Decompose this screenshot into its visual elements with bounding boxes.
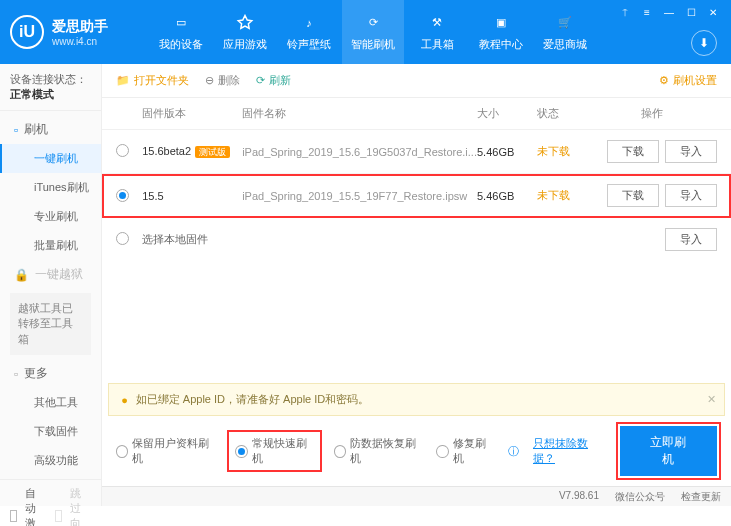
import-button[interactable]: 导入 [665,140,717,163]
cart-icon: 🛒 [555,13,575,33]
menu-group-more[interactable]: ▫更多 [0,359,101,388]
menu-group-flash[interactable]: ▫刷机 [0,115,101,144]
th-version: 固件版本 [142,106,242,121]
menu-batch-flash[interactable]: 批量刷机 [0,231,101,260]
firmware-version: 15.5 [142,190,163,202]
firmware-size: 5.46GB [477,146,537,158]
download-button[interactable]: 下载 [607,140,659,163]
opt-keep-data[interactable]: 保留用户资料刷机 [116,436,215,466]
appleid-warning: ● 如已绑定 Apple ID，请准备好 Apple ID和密码。 ✕ [108,383,725,416]
close-warning-icon[interactable]: ✕ [707,393,716,406]
app-icon [235,13,255,33]
check-update-link[interactable]: 检查更新 [681,490,721,504]
more-icon: ▫ [14,367,18,381]
firmware-status: 未下载 [537,188,587,203]
tb-btn[interactable]: ⍑ [615,4,635,20]
local-firmware-row[interactable]: 选择本地固件 导入 [102,218,731,261]
th-name: 固件名称 [242,106,477,121]
nav-my-device[interactable]: ▭我的设备 [150,0,212,64]
import-button[interactable]: 导入 [665,228,717,251]
help-icon[interactable]: ⓘ [508,444,519,459]
nav-tutorial[interactable]: ▣教程中心 [470,0,532,64]
firmware-name: iPad_Spring_2019_15.5_19F77_Restore.ipsw [242,190,477,202]
firmware-row-selected[interactable]: 15.5 iPad_Spring_2019_15.5_19F77_Restore… [102,174,731,218]
nav-label: 应用游戏 [223,37,267,52]
status-bar: V7.98.61 微信公众号 检查更新 [102,486,731,506]
firmware-row[interactable]: 15.6beta2测试版 iPad_Spring_2019_15.6_19G50… [102,130,731,174]
nav-label: 工具箱 [421,37,454,52]
header: iU 爱思助手 www.i4.cn ▭我的设备 应用游戏 ♪铃声壁纸 ⟳智能刷机… [0,0,731,64]
nav-label: 我的设备 [159,37,203,52]
phone-icon: ▭ [171,13,191,33]
firmware-version: 15.6beta2 [142,145,191,157]
titlebar: ⍑ ≡ — ☐ ✕ [615,4,723,20]
erase-link[interactable]: 只想抹除数据？ [533,436,606,466]
logo-icon: iU [10,15,44,49]
th-size: 大小 [477,106,537,121]
opt-anti-recovery[interactable]: 防数据恢复刷机 [334,436,423,466]
wechat-link[interactable]: 微信公众号 [615,490,665,504]
toolbox-icon: ⚒ [427,13,447,33]
opt-quick-flash[interactable]: 常规快速刷机 [229,432,319,470]
beta-tag: 测试版 [195,146,230,158]
flash-now-button[interactable]: 立即刷机 [620,426,717,476]
nav-ringtone[interactable]: ♪铃声壁纸 [278,0,340,64]
minimize-icon[interactable]: — [659,4,679,20]
nav-label: 教程中心 [479,37,523,52]
nav-apps[interactable]: 应用游戏 [214,0,276,64]
main-panel: 📁打开文件夹 ⊖删除 ⟳刷新 ⚙刷机设置 固件版本 固件名称 大小 状态 操作 … [102,64,731,506]
open-folder-button[interactable]: 📁打开文件夹 [116,73,189,88]
skip-guide-checkbox[interactable] [55,510,62,522]
download-button[interactable]: 下载 [607,184,659,207]
auto-activate-checkbox[interactable] [10,510,17,522]
close-icon[interactable]: ✕ [703,4,723,20]
menu-itunes-flash[interactable]: iTunes刷机 [0,173,101,202]
music-icon: ♪ [299,13,319,33]
tb-btn[interactable]: ≡ [637,4,657,20]
folder-icon: 📁 [116,74,130,87]
delete-button[interactable]: ⊖删除 [205,73,240,88]
firmware-status: 未下载 [537,144,587,159]
flash-settings-button[interactable]: ⚙刷机设置 [659,73,717,88]
menu-other-tools[interactable]: 其他工具 [0,388,101,417]
warning-icon: ● [121,394,128,406]
nav-label: 爱思商城 [543,37,587,52]
auto-activate-label: 自动激活 [25,486,47,526]
opt-repair[interactable]: 修复刷机 [436,436,494,466]
lock-icon: 🔒 [14,268,29,282]
warning-text: 如已绑定 Apple ID，请准备好 Apple ID和密码。 [136,392,370,407]
brand-url: www.i4.cn [52,36,108,47]
menu-download-firmware[interactable]: 下载固件 [0,417,101,446]
logo: iU 爱思助手 www.i4.cn [10,15,150,49]
menu-one-click-flash[interactable]: 一键刷机 [0,144,101,173]
menu-group-jailbreak[interactable]: 🔒一键越狱 [0,260,101,289]
maximize-icon[interactable]: ☐ [681,4,701,20]
row-radio[interactable] [116,144,129,157]
download-manager-icon[interactable]: ⬇ [691,30,717,56]
th-status: 状态 [537,106,587,121]
book-icon: ▣ [491,13,511,33]
flash-options: 保留用户资料刷机 常规快速刷机 防数据恢复刷机 修复刷机 ⓘ 只想抹除数据？ 立… [102,416,731,486]
sidebar: 设备连接状态：正常模式 ▫刷机 一键刷机 iTunes刷机 专业刷机 批量刷机 … [0,64,102,506]
firmware-name: iPad_Spring_2019_15.6_19G5037d_Restore.i… [242,146,477,158]
refresh-button[interactable]: ⟳刷新 [256,73,291,88]
table-header: 固件版本 固件名称 大小 状态 操作 [102,98,731,130]
version-label: V7.98.61 [559,490,599,504]
nav-store[interactable]: 🛒爱思商城 [534,0,596,64]
th-ops: 操作 [587,106,717,121]
import-button[interactable]: 导入 [665,184,717,207]
local-firmware-label: 选择本地固件 [142,232,208,247]
menu-pro-flash[interactable]: 专业刷机 [0,202,101,231]
skip-guide-label: 跳过向导 [70,486,92,526]
row-radio[interactable] [116,189,129,202]
row-radio[interactable] [116,232,129,245]
firmware-size: 5.46GB [477,190,537,202]
menu-advanced[interactable]: 高级功能 [0,446,101,475]
nav-toolbox[interactable]: ⚒工具箱 [406,0,468,64]
refresh-icon: ⟳ [363,13,383,33]
nav-label: 智能刷机 [351,37,395,52]
nav-label: 铃声壁纸 [287,37,331,52]
nav-flash[interactable]: ⟳智能刷机 [342,0,404,64]
refresh-icon: ⟳ [256,74,265,87]
trash-icon: ⊖ [205,74,214,87]
